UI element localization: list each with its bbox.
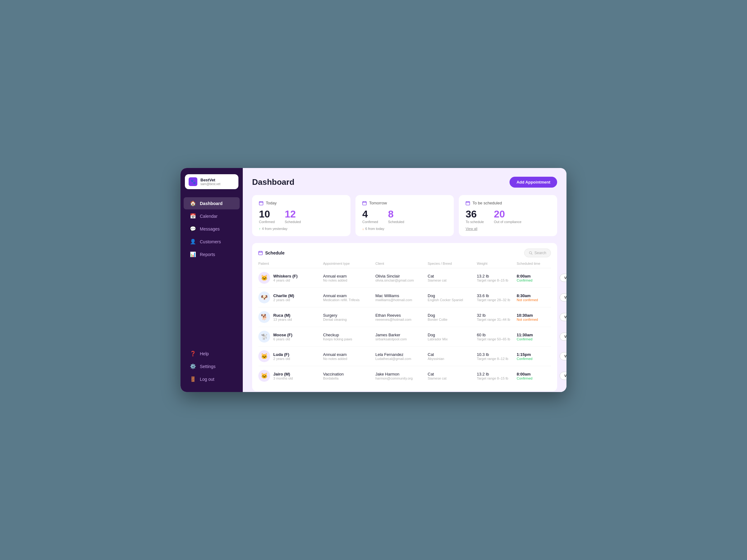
tomorrow-confirmed-label: Confirmed [362, 220, 378, 224]
to-schedule-label: To be scheduled [472, 201, 502, 205]
col-client: Client [376, 262, 425, 265]
weight-target: Target range 8–15 lb [477, 376, 514, 380]
to-schedule-value: 36 [466, 209, 484, 219]
table-row: 🐱 Jairo (M) 3 months old Vaccination Bor… [258, 366, 551, 385]
calendar-icon [259, 201, 263, 205]
view-profile-button[interactable]: View Profile [560, 274, 566, 282]
weight-target: Target range 8–12 lb [477, 357, 514, 361]
sidebar-item-calendar[interactable]: 📅 Calendar [184, 210, 240, 222]
appt-type: Vaccination [323, 372, 373, 376]
status-badge: Confirmed [517, 376, 557, 380]
patient-avatar: 🐱 [258, 370, 270, 382]
view-profile-button[interactable]: View Profile [560, 313, 566, 321]
patient-avatar: 🐩 [258, 331, 270, 343]
arrow-up-icon: ↑ [259, 227, 261, 231]
view-profile-button[interactable]: View Profile [560, 372, 566, 380]
weight-value: 32 lb [477, 313, 514, 318]
species-breed: Border Collie [428, 318, 474, 321]
table-row: 🐶 Charlie (M) 2 years old Annual exam Me… [258, 288, 551, 308]
patient-name: Jairo (M) [273, 372, 293, 376]
sidebar-item-logout[interactable]: 🚪 Log out [184, 373, 240, 385]
schedule-icon [258, 251, 263, 255]
sidebar-item-label: Messages [200, 226, 220, 232]
patient-name: Charlie (M) [273, 293, 294, 298]
appt-type: Annual exam [323, 352, 373, 357]
scheduled-time: 1:15pm [517, 352, 557, 357]
main-nav: 🏠 Dashboard 📅 Calendar 💬 Messages 👤 Cust… [181, 196, 243, 261]
svg-rect-4 [363, 201, 366, 205]
table-row: 🐕 Ruca (M) 13 years old Surgery Dental c… [258, 308, 551, 327]
sidebar-item-label: Dashboard [200, 201, 223, 206]
messages-icon: 💬 [190, 226, 196, 232]
sidebar-item-reports[interactable]: 📊 Reports [184, 248, 240, 260]
species-name: Dog [428, 332, 474, 337]
add-appointment-button[interactable]: Add Appointment [510, 177, 557, 188]
weight-value: 13.2 lb [477, 274, 514, 278]
schedule-stat-card: To be scheduled 36 To schedule 20 Out of… [459, 195, 557, 236]
client-name: Lela Fernandez [376, 352, 425, 357]
patient-name: Luda (F) [273, 352, 290, 357]
table-row: 🐱 Whiskers (F) 4 years old Annual exam N… [258, 268, 551, 288]
reports-icon: 📊 [190, 251, 196, 257]
search-box[interactable]: Search [524, 248, 551, 257]
species-name: Cat [428, 352, 474, 357]
patient-cell: 🐱 Whiskers (F) 4 years old [258, 272, 320, 284]
species-name: Cat [428, 274, 474, 278]
weight-value: 60 lb [477, 332, 514, 337]
client-email: olivia.sinclair@gmail.com [376, 278, 425, 282]
calendar-icon: 📅 [190, 213, 196, 219]
appt-note: No notes added [323, 357, 373, 361]
client-email: sirbarksalotpool.com [376, 337, 425, 341]
client-email: Ludathecal@gmail.com [376, 357, 425, 361]
search-icon [529, 251, 533, 255]
sidebar-item-messages[interactable]: 💬 Messages [184, 223, 240, 235]
weight-value: 13.2 lb [477, 372, 514, 376]
tomorrow-confirmed-value: 4 [362, 209, 378, 219]
weight-value: 10.3 lb [477, 352, 514, 357]
sidebar-item-dashboard[interactable]: 🏠 Dashboard [184, 197, 240, 209]
today-footer: ↑ 4 from yesterday [259, 227, 344, 231]
col-species: Species / Breed [428, 262, 474, 265]
view-all-link[interactable]: View all [466, 227, 478, 231]
sidebar-item-label: Calendar [200, 214, 217, 219]
today-confirmed-label: Confirmed [259, 220, 275, 224]
patient-cell: 🐶 Charlie (M) 2 years old [258, 292, 320, 303]
col-time: Scheduled time [517, 262, 557, 265]
today-label: Today [266, 201, 277, 205]
brand-email: sam@best.vet [201, 182, 221, 186]
main-content: Dashboard Add Appointment Today [243, 168, 566, 392]
status-badge: Confirmed [517, 278, 557, 282]
appt-note: Medication refill. Trifexis [323, 298, 373, 302]
patient-age: 6 years old [273, 337, 292, 341]
client-name: Jake Harmon [376, 372, 425, 376]
patient-cell: 🐩 Moose (F) 6 years old [258, 331, 320, 343]
col-weight: Weight [477, 262, 514, 265]
today-scheduled-value: 12 [285, 209, 301, 219]
view-profile-button[interactable]: View Profile [560, 293, 566, 301]
sidebar-item-help[interactable]: ❓ Help [184, 348, 240, 359]
view-profile-button[interactable]: View Profile [560, 332, 566, 341]
species-name: Cat [428, 372, 474, 376]
sidebar-item-customers[interactable]: 👤 Customers [184, 236, 240, 248]
tomorrow-scheduled-value: 8 [388, 209, 404, 219]
svg-rect-8 [466, 201, 470, 205]
brand-logo[interactable]: 🐾 BestVet sam@best.vet [185, 174, 238, 189]
patient-name: Moose (F) [273, 332, 292, 337]
status-badge: Not confirmed [517, 318, 557, 321]
patient-avatar: 🐶 [258, 292, 270, 303]
patient-cell: 🐱 Luda (F) 2 years old [258, 350, 320, 362]
species-breed: Siamese cat [428, 376, 474, 380]
sidebar-item-settings[interactable]: ⚙️ Settings [184, 360, 240, 372]
svg-rect-0 [259, 201, 263, 205]
patient-cell: 🐱 Jairo (M) 3 months old [258, 370, 320, 382]
calendar-icon [466, 201, 470, 205]
appt-type: Surgery [323, 313, 373, 318]
species-breed: Siamese cat [428, 278, 474, 282]
view-profile-button[interactable]: View Profile [560, 352, 566, 360]
actions-cell: View Profile Check in [560, 352, 566, 360]
status-badge: Confirmed [517, 357, 557, 361]
patient-avatar: 🐕 [258, 311, 270, 323]
schedule-rows: 🐱 Whiskers (F) 4 years old Annual exam N… [258, 268, 551, 385]
schedule-card: Schedule Search Patient Appointment type… [252, 243, 557, 391]
actions-cell: View Profile Check in [560, 332, 566, 341]
